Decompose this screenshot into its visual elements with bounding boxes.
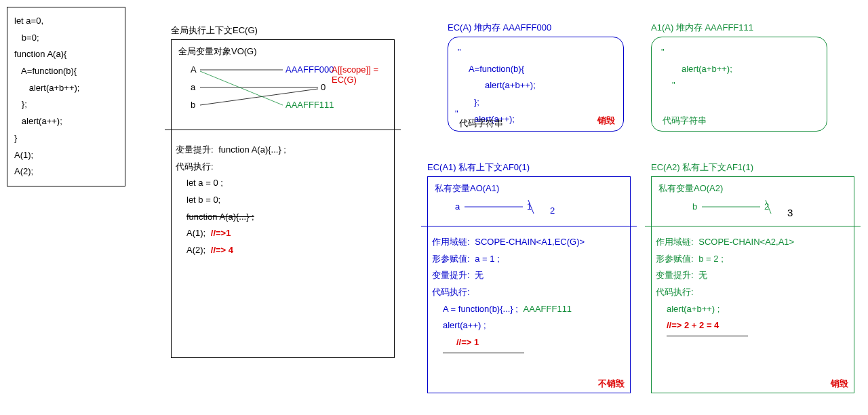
param-label: 形参赋值: — [656, 254, 694, 264]
code-line: alert(a+b++); — [14, 80, 118, 97]
exec-label: 代码执行: — [432, 284, 626, 301]
heap-A-destroy: 销毁 — [597, 115, 615, 127]
ao-a1-v1: 1 — [527, 201, 532, 212]
heap-A1-q1: " — [661, 44, 817, 61]
hoist-label: 变量提升: — [176, 144, 214, 155]
param-label: 形参赋值: — [432, 254, 470, 264]
param-val: a = 1 ; — [475, 254, 500, 264]
ecg-title: 全局执行上下文EC(G) — [171, 24, 395, 37]
exec-l1a: A = function(b){...} ; — [443, 304, 518, 314]
divider — [645, 226, 861, 226]
ecg-panel: 全局执行上下文EC(G) 全局变量对象VO(G) A a b AAAFFF000… — [171, 24, 395, 358]
heap-A-title: EC(A) 堆内存 AAAFFF000 — [448, 22, 624, 34]
hoist-val: 无 — [475, 270, 484, 280]
ec-a1-panel: EC(A1) 私有上下文AF0(1) 私有变量AO(A1) a 1 2 作用域链… — [427, 161, 631, 393]
exec-let-a: let a = 0 ; — [176, 175, 390, 192]
ao-a2-v2: 3 — [787, 207, 793, 218]
hoist-fn: function A(a){...} ; — [218, 144, 286, 155]
vo-var-a: a — [191, 82, 195, 92]
scope-val: SCOPE-CHAIN<A1,EC(G)> — [475, 237, 585, 247]
hoist-row: 变量提升: function A(a){...} ; — [176, 142, 390, 159]
ecg-box: 全局变量对象VO(G) A a b AAAFFF000 A[[scope]] =… — [171, 39, 395, 358]
heap-A-q1: " — [458, 44, 614, 61]
code-line: let a=0, — [14, 13, 118, 30]
ec-a1-title: EC(A1) 私有上下文AF0(1) — [427, 161, 631, 174]
exec-label: 代码执行: — [176, 159, 390, 176]
exec-l1b: AAAFFF111 — [524, 304, 572, 314]
hoist-val: 无 — [698, 270, 707, 280]
ec-a1-box: 私有变量AO(A1) a 1 2 作用域链: SCOPE-CHAIN<A1,EC… — [427, 176, 631, 393]
divider — [421, 226, 637, 226]
source-code-box: let a=0, b=0; function A(a){ A=function(… — [7, 7, 125, 186]
exec-call-A1: A(1); //=>1 — [176, 225, 390, 242]
heap-A1-box: " alert(a+b++); " 代码字符串 — [651, 37, 827, 132]
call-A2-text: A(2); — [186, 245, 205, 255]
ao-a1-var: a — [455, 201, 460, 212]
param-row: 形参赋值: b = 2 ; — [656, 251, 850, 268]
hoist-label: 变量提升: — [656, 270, 694, 280]
ao-a1-v2: 2 — [550, 205, 555, 216]
code-line: }; — [14, 96, 118, 113]
code-line: } — [14, 130, 118, 147]
svg-line-3 — [200, 71, 283, 105]
ec-a2-title: EC(A2) 私有上下文AF1(1) — [651, 161, 854, 174]
exec-call-A2: A(2); //=> 4 — [176, 242, 390, 259]
exec-let-b: let b = 0; — [176, 192, 390, 209]
addr-A: AAAFFF000 — [285, 64, 334, 75]
hoist-row: 变量提升: 无 — [432, 267, 626, 284]
call-A1-text: A(1); — [186, 228, 205, 238]
exec-label: 代码执行: — [656, 284, 850, 301]
exec-result: //=> 1 — [432, 334, 626, 351]
code-line: alert(a++); — [14, 113, 118, 130]
code-line: A(1); — [14, 147, 118, 164]
scope-row: 作用域链: SCOPE-CHAIN<A2,A1> — [656, 234, 850, 251]
exec-fn-crossed: function A(a){...} ; — [176, 209, 390, 226]
hoist-row: 变量提升: 无 — [656, 267, 850, 284]
heap-A-footer: 代码字符串 — [459, 117, 503, 130]
heap-A-l2: alert(a+b++); — [458, 77, 614, 94]
code-line: A=function(b){ — [14, 63, 118, 80]
exec-l1: alert(a+b++) ; — [656, 301, 850, 318]
scope-row: 作用域链: SCOPE-CHAIN<A1,EC(G)> — [432, 234, 626, 251]
addr-A1: AAAFFF111 — [285, 100, 334, 110]
ao-a2-var: b — [692, 201, 697, 212]
vo-title: 全局变量对象VO(G) — [178, 45, 387, 58]
underline — [443, 353, 524, 353]
ec-a2-panel: EC(A2) 私有上下文AF1(1) 私有变量AO(A2) b 2 3 作用域链… — [651, 161, 854, 393]
scope-label: 作用域链: — [432, 237, 470, 247]
exec-result: //=> 2 + 2 = 4 — [656, 317, 850, 334]
exec-l1: A = function(b){...} ; AAAFFF111 — [432, 301, 626, 318]
code-line: A(2); — [14, 163, 118, 180]
ec-a2-box: 私有变量AO(A2) b 2 3 作用域链: SCOPE-CHAIN<A2,A1… — [651, 176, 854, 393]
heap-A-box: " A=function(b){ alert(a+b++); }; alert(… — [448, 37, 624, 132]
heap-A-l3: }; — [458, 94, 614, 111]
heap-A-panel: EC(A) 堆内存 AAAFFF000 " A=function(b){ ale… — [448, 22, 624, 132]
heap-A-q2: " — [455, 108, 458, 119]
ao-a2-v1: 2 — [764, 201, 769, 212]
call-A2-result: //=> 4 — [211, 245, 233, 255]
heap-A1-panel: A1(A) 堆内存 AAAFFF111 " alert(a+b++); " 代码… — [651, 22, 827, 132]
heap-A1-title: A1(A) 堆内存 AAAFFF111 — [651, 22, 827, 34]
zero-val: 0 — [321, 82, 326, 92]
heap-A1-l1: alert(a+b++); — [661, 61, 817, 78]
code-line: b=0; — [14, 30, 118, 47]
exec-l2: alert(a++) ; — [432, 317, 626, 334]
heap-A1-q2: " — [661, 77, 817, 94]
scope-note: A[[scope]] = EC(G) — [332, 64, 394, 85]
ao-a1-title: 私有变量AO(A1) — [435, 182, 623, 195]
code-line: function A(a){ — [14, 46, 118, 63]
underline — [667, 336, 748, 336]
scope-val: SCOPE-CHAIN<A2,A1> — [698, 237, 794, 247]
vo-var-A: A — [191, 64, 197, 75]
scope-label: 作用域链: — [656, 237, 694, 247]
call-A1-result: //=>1 — [211, 228, 231, 238]
ao-a2-title: 私有变量AO(A2) — [658, 182, 847, 195]
ec-a2-footer: 销毁 — [831, 378, 848, 390]
heap-A1-footer: 代码字符串 — [663, 115, 707, 127]
heap-A-l1: A=function(b){ — [458, 61, 614, 78]
param-val: b = 2 ; — [698, 254, 724, 264]
param-row: 形参赋值: a = 1 ; — [432, 251, 626, 268]
divider — [165, 130, 401, 130]
ec-a1-footer: 不销毁 — [598, 378, 625, 390]
hoist-label: 变量提升: — [432, 270, 470, 280]
